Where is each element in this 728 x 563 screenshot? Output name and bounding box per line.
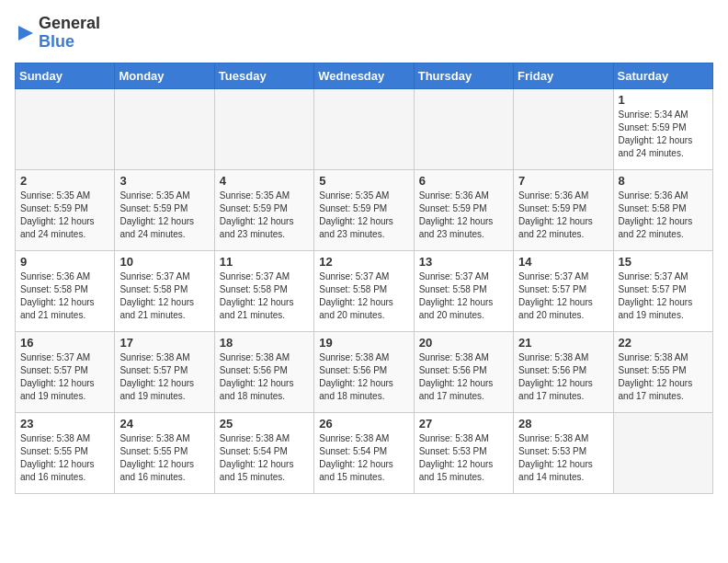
calendar-table: SundayMondayTuesdayWednesdayThursdayFrid…: [15, 63, 713, 494]
calendar-cell: 15Sunrise: 5:37 AM Sunset: 5:57 PM Dayli…: [613, 250, 712, 331]
day-info: Sunrise: 5:37 AM Sunset: 5:57 PM Dayligh…: [619, 270, 708, 322]
day-info: Sunrise: 5:38 AM Sunset: 5:55 PM Dayligh…: [20, 432, 109, 484]
calendar-cell: 23Sunrise: 5:38 AM Sunset: 5:55 PM Dayli…: [16, 412, 115, 493]
day-number: 6: [419, 174, 508, 188]
day-number: 20: [419, 336, 508, 350]
logo-general: General: [39, 15, 100, 33]
calendar-cell: 24Sunrise: 5:38 AM Sunset: 5:55 PM Dayli…: [115, 412, 214, 493]
day-info: Sunrise: 5:37 AM Sunset: 5:57 PM Dayligh…: [20, 351, 109, 403]
day-number: 10: [119, 255, 209, 269]
week-row-4: 23Sunrise: 5:38 AM Sunset: 5:55 PM Dayli…: [16, 412, 713, 493]
calendar-cell: 22Sunrise: 5:38 AM Sunset: 5:55 PM Dayli…: [613, 331, 712, 412]
calendar-cell: 18Sunrise: 5:38 AM Sunset: 5:56 PM Dayli…: [214, 331, 313, 412]
day-number: 1: [619, 93, 708, 107]
day-number: 14: [518, 255, 608, 269]
page-header: General Blue: [15, 15, 713, 52]
header-tuesday: Tuesday: [214, 63, 313, 88]
day-info: Sunrise: 5:38 AM Sunset: 5:55 PM Dayligh…: [619, 351, 708, 403]
calendar-cell: [16, 88, 115, 169]
calendar-cell: 9Sunrise: 5:36 AM Sunset: 5:58 PM Daylig…: [16, 250, 115, 331]
day-number: 24: [119, 417, 209, 431]
calendar-cell: 13Sunrise: 5:37 AM Sunset: 5:58 PM Dayli…: [414, 250, 513, 331]
calendar-cell: 4Sunrise: 5:35 AM Sunset: 5:59 PM Daylig…: [214, 169, 313, 250]
day-number: 13: [419, 255, 508, 269]
day-info: Sunrise: 5:37 AM Sunset: 5:58 PM Dayligh…: [119, 270, 209, 322]
logo-blue: Blue: [39, 33, 100, 52]
calendar-cell: 12Sunrise: 5:37 AM Sunset: 5:58 PM Dayli…: [314, 250, 414, 331]
day-number: 5: [319, 174, 408, 188]
day-info: Sunrise: 5:35 AM Sunset: 5:59 PM Dayligh…: [319, 190, 408, 241]
day-info: Sunrise: 5:34 AM Sunset: 5:59 PM Dayligh…: [619, 109, 708, 160]
day-info: Sunrise: 5:38 AM Sunset: 5:56 PM Dayligh…: [220, 351, 309, 403]
calendar-cell: 25Sunrise: 5:38 AM Sunset: 5:54 PM Dayli…: [214, 412, 313, 493]
day-info: Sunrise: 5:38 AM Sunset: 5:54 PM Dayligh…: [319, 432, 408, 484]
header-sunday: Sunday: [16, 63, 115, 88]
day-number: 15: [619, 255, 708, 269]
week-row-2: 9Sunrise: 5:36 AM Sunset: 5:58 PM Daylig…: [16, 250, 713, 331]
day-number: 12: [319, 255, 408, 269]
day-info: Sunrise: 5:37 AM Sunset: 5:58 PM Dayligh…: [319, 270, 408, 322]
calendar-cell: 19Sunrise: 5:38 AM Sunset: 5:56 PM Dayli…: [314, 331, 414, 412]
day-number: 2: [20, 174, 109, 188]
day-info: Sunrise: 5:38 AM Sunset: 5:56 PM Dayligh…: [419, 351, 508, 403]
day-number: 23: [20, 417, 109, 431]
day-info: Sunrise: 5:38 AM Sunset: 5:53 PM Dayligh…: [419, 432, 508, 484]
day-number: 4: [220, 174, 309, 188]
day-number: 11: [220, 255, 309, 269]
week-row-3: 16Sunrise: 5:37 AM Sunset: 5:57 PM Dayli…: [16, 331, 713, 412]
week-row-1: 2Sunrise: 5:35 AM Sunset: 5:59 PM Daylig…: [16, 169, 713, 250]
day-info: Sunrise: 5:38 AM Sunset: 5:56 PM Dayligh…: [518, 351, 608, 403]
day-number: 17: [119, 336, 209, 350]
day-info: Sunrise: 5:35 AM Sunset: 5:59 PM Dayligh…: [20, 190, 109, 241]
calendar-cell: 8Sunrise: 5:36 AM Sunset: 5:58 PM Daylig…: [613, 169, 712, 250]
day-info: Sunrise: 5:36 AM Sunset: 5:59 PM Dayligh…: [518, 190, 608, 241]
day-number: 7: [518, 174, 608, 188]
calendar-cell: [414, 88, 513, 169]
header-monday: Monday: [115, 63, 214, 88]
day-info: Sunrise: 5:37 AM Sunset: 5:58 PM Dayligh…: [220, 270, 309, 322]
calendar-cell: 16Sunrise: 5:37 AM Sunset: 5:57 PM Dayli…: [16, 331, 115, 412]
day-number: 16: [20, 336, 109, 350]
logo-arrow-icon: [15, 22, 37, 44]
day-number: 28: [518, 417, 608, 431]
day-number: 18: [220, 336, 309, 350]
logo: General Blue: [15, 15, 100, 52]
calendar-cell: 11Sunrise: 5:37 AM Sunset: 5:58 PM Dayli…: [214, 250, 313, 331]
day-number: 21: [518, 336, 608, 350]
header-friday: Friday: [514, 63, 613, 88]
calendar-cell: 5Sunrise: 5:35 AM Sunset: 5:59 PM Daylig…: [314, 169, 414, 250]
calendar-cell: [613, 412, 712, 493]
day-info: Sunrise: 5:37 AM Sunset: 5:58 PM Dayligh…: [419, 270, 508, 322]
calendar-cell: 26Sunrise: 5:38 AM Sunset: 5:54 PM Dayli…: [314, 412, 414, 493]
day-info: Sunrise: 5:36 AM Sunset: 5:58 PM Dayligh…: [20, 270, 109, 322]
calendar-cell: 27Sunrise: 5:38 AM Sunset: 5:53 PM Dayli…: [414, 412, 513, 493]
day-info: Sunrise: 5:36 AM Sunset: 5:59 PM Dayligh…: [419, 190, 508, 241]
day-info: Sunrise: 5:38 AM Sunset: 5:57 PM Dayligh…: [119, 351, 209, 403]
day-info: Sunrise: 5:35 AM Sunset: 5:59 PM Dayligh…: [220, 190, 309, 241]
calendar-cell: 2Sunrise: 5:35 AM Sunset: 5:59 PM Daylig…: [16, 169, 115, 250]
day-number: 8: [619, 174, 708, 188]
calendar-cell: [214, 88, 313, 169]
calendar-cell: 21Sunrise: 5:38 AM Sunset: 5:56 PM Dayli…: [514, 331, 613, 412]
day-info: Sunrise: 5:38 AM Sunset: 5:54 PM Dayligh…: [220, 432, 309, 484]
day-info: Sunrise: 5:37 AM Sunset: 5:57 PM Dayligh…: [518, 270, 608, 322]
calendar-cell: [514, 88, 613, 169]
day-info: Sunrise: 5:35 AM Sunset: 5:59 PM Dayligh…: [119, 190, 209, 241]
day-number: 25: [220, 417, 309, 431]
day-number: 26: [319, 417, 408, 431]
svg-marker-0: [18, 26, 33, 40]
calendar-cell: 6Sunrise: 5:36 AM Sunset: 5:59 PM Daylig…: [414, 169, 513, 250]
day-info: Sunrise: 5:38 AM Sunset: 5:56 PM Dayligh…: [319, 351, 408, 403]
calendar-cell: [115, 88, 214, 169]
day-number: 3: [119, 174, 209, 188]
week-row-0: 1Sunrise: 5:34 AM Sunset: 5:59 PM Daylig…: [16, 88, 713, 169]
header-wednesday: Wednesday: [314, 63, 414, 88]
calendar-cell: 1Sunrise: 5:34 AM Sunset: 5:59 PM Daylig…: [613, 88, 712, 169]
calendar-cell: 3Sunrise: 5:35 AM Sunset: 5:59 PM Daylig…: [115, 169, 214, 250]
calendar-cell: 17Sunrise: 5:38 AM Sunset: 5:57 PM Dayli…: [115, 331, 214, 412]
calendar-cell: 10Sunrise: 5:37 AM Sunset: 5:58 PM Dayli…: [115, 250, 214, 331]
day-number: 19: [319, 336, 408, 350]
day-number: 27: [419, 417, 508, 431]
day-info: Sunrise: 5:36 AM Sunset: 5:58 PM Dayligh…: [619, 190, 708, 241]
header-saturday: Saturday: [613, 63, 712, 88]
